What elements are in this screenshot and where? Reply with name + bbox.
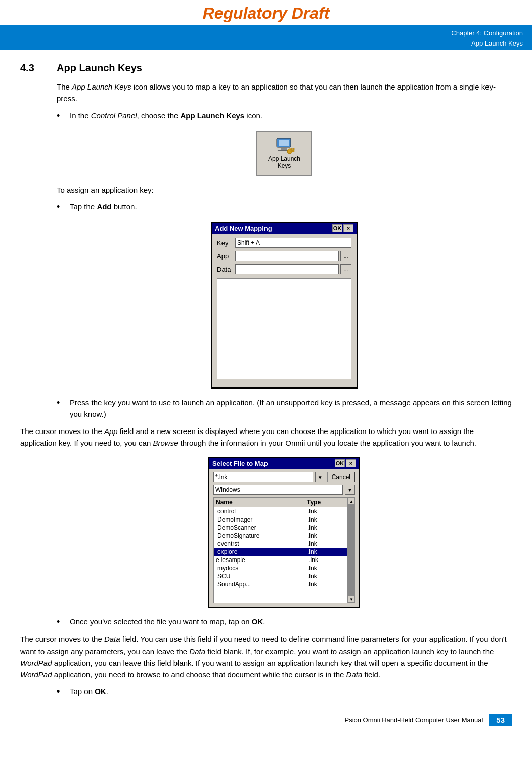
dialog-titlebar: Add New Mapping OK × [212, 223, 357, 234]
folder-input[interactable]: Windows [213, 485, 343, 495]
scroll-down-btn[interactable]: ▼ [348, 596, 355, 603]
file-type: .lnk [308, 556, 352, 564]
footer-text: Psion Omnii Hand-Held Computer User Manu… [344, 716, 483, 724]
bullet-3-text: Press the key you want to use to launch … [70, 397, 512, 420]
bullet-symbol-1: • [57, 110, 67, 122]
file-dialog-close-btn[interactable]: × [346, 459, 356, 467]
filter-input[interactable]: *.lnk [213, 472, 313, 482]
chapter-label: Chapter 4: Configuration [451, 29, 523, 37]
bullet-1-text: In the Control Panel, choose the App Lau… [70, 110, 262, 121]
dialog-content-area [217, 278, 351, 379]
file-list-body: control.lnk DemoImager.lnk DemoScanner.l… [214, 507, 354, 600]
cancel-button[interactable]: Cancel [327, 472, 355, 482]
filter-row: *.lnk ▼ Cancel [213, 472, 355, 482]
file-type: .lnk [307, 581, 352, 588]
add-mapping-screenshot: Add New Mapping OK × Key Shift + A App .… [57, 222, 512, 388]
file-dialog-title: Select File to Map [212, 460, 268, 467]
file-type: .lnk [307, 532, 352, 539]
file-list-item[interactable]: SCU.lnk [214, 572, 354, 580]
bullet-5-text: Tap on OK. [70, 685, 108, 697]
select-file-screenshot: Select File to Map OK × *.lnk ▼ Cancel W… [57, 457, 512, 608]
svg-rect-7 [291, 148, 292, 150]
col-name-header: Name [216, 499, 307, 506]
bullet-symbol-2: • [57, 201, 67, 213]
file-list-item[interactable]: control.lnk [214, 507, 354, 515]
bullet-item-2: • Tap the Add button. [57, 201, 512, 213]
bullet-item-1: • In the Control Panel, choose the App L… [57, 110, 512, 122]
file-icon: e [216, 556, 219, 564]
paragraph-3: The cursor moves to the Data field. You … [20, 633, 512, 680]
key-label: Key [217, 239, 235, 247]
file-dialog-body: *.lnk ▼ Cancel Windows ▼ Name Type [209, 469, 359, 607]
file-list-item[interactable]: explore.lnk [214, 548, 354, 556]
svg-text:e: e [216, 556, 219, 564]
file-name: mydocs [217, 565, 307, 572]
data-row: Data ... [217, 264, 351, 274]
dialog-title: Add New Mapping [215, 225, 272, 232]
bullet-item-4: • Once you've selected the file you want… [57, 616, 512, 628]
file-name: control [217, 508, 307, 515]
app-input[interactable] [235, 251, 339, 261]
p1-text: The App Launch Keys icon allows you to m… [57, 82, 496, 103]
file-dialog-ok-btn[interactable]: OK [335, 459, 345, 467]
file-dialog-titlebar: Select File to Map OK × [209, 458, 359, 469]
app-icon-box: App LaunchKeys [256, 131, 312, 176]
filter-dropdown-btn[interactable]: ▼ [315, 472, 325, 482]
file-list-item[interactable]: DemoImager.lnk [214, 515, 354, 524]
file-type: .lnk [307, 524, 352, 531]
section-title: App Launch Keys [57, 62, 142, 74]
file-name: explore [217, 548, 307, 555]
bullet-4-text: Once you've selected the file you want t… [70, 616, 265, 627]
folder-row: Windows ▼ [213, 485, 355, 495]
svg-rect-2 [281, 148, 287, 150]
bullet-2-text: Tap the Add button. [70, 201, 137, 212]
key-row: Key Shift + A [217, 238, 351, 248]
page-footer: Psion Omnii Hand-Held Computer User Manu… [20, 714, 512, 726]
app-label: App [217, 252, 235, 260]
main-content: 4.3 App Launch Keys The App Launch Keys … [0, 50, 532, 747]
header: Regulatory Draft Chapter 4: Configuratio… [0, 0, 532, 50]
key-input[interactable]: Shift + A [235, 238, 351, 248]
section-heading: 4.3 App Launch Keys [20, 62, 512, 74]
file-list-item[interactable]: DemoScanner.lnk [214, 524, 354, 532]
file-type: .lnk [307, 508, 352, 515]
file-name: SoundApp... [217, 581, 307, 588]
p3-text: The cursor moves to the Data field. You … [20, 635, 507, 679]
dialog-close-btn[interactable]: × [343, 224, 353, 232]
folder-dropdown-btn[interactable]: ▼ [345, 485, 355, 495]
subchapter-label: App Launch Keys [471, 39, 523, 47]
dialog-ok-btn[interactable]: OK [332, 224, 342, 232]
data-browse-btn[interactable]: ... [340, 264, 351, 274]
file-name: iesample [221, 556, 309, 564]
p2-text: The cursor moves to the App field and a … [20, 427, 476, 447]
file-name: DemoScanner [217, 524, 307, 531]
file-name: DemoSignature [217, 532, 307, 539]
app-launch-keys-icon-img [274, 137, 295, 155]
bullet-symbol-5: • [57, 685, 67, 698]
scroll-up-btn[interactable]: ▲ [348, 498, 355, 505]
section-number: 4.3 [20, 62, 45, 74]
scroll-thumb[interactable] [348, 505, 354, 596]
bullet-item-3: • Press the key you want to use to launc… [57, 397, 512, 420]
data-label: Data [217, 266, 235, 273]
file-type: .lnk [307, 548, 352, 555]
file-name: SCU [217, 573, 307, 580]
file-type: .lnk [307, 516, 352, 523]
file-list-item[interactable]: DemoSignature.lnk [214, 532, 354, 540]
paragraph-1: The App Launch Keys icon allows you to m… [57, 81, 512, 105]
file-list-item[interactable]: mydocs.lnk [214, 564, 354, 572]
assign-label: To assign an application key: [57, 184, 512, 196]
file-list-item[interactable]: SoundApp....lnk [214, 580, 354, 588]
file-list-item[interactable]: eiesample.lnk [214, 556, 354, 564]
file-list-scrollbar[interactable]: ▲ ▼ [347, 498, 354, 603]
app-browse-btn[interactable]: ... [340, 251, 351, 261]
dialog-body: Key Shift + A App ... Data ... [212, 234, 357, 387]
svg-rect-27: e [216, 556, 219, 564]
file-list-item[interactable]: eventrst.lnk [214, 540, 354, 548]
paragraph-2: The cursor moves to the App field and a … [20, 425, 512, 449]
svg-rect-1 [279, 140, 289, 146]
select-file-dialog: Select File to Map OK × *.lnk ▼ Cancel W… [208, 457, 360, 608]
data-input[interactable] [235, 264, 339, 274]
page-number: 53 [489, 714, 512, 726]
add-mapping-dialog: Add New Mapping OK × Key Shift + A App .… [211, 222, 358, 388]
